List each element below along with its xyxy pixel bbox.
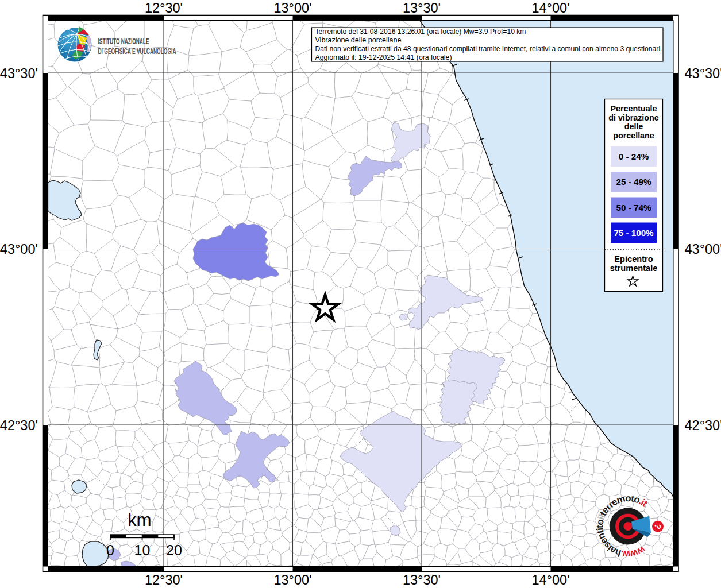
svg-text:13°30': 13°30' <box>403 572 441 587</box>
svg-text:Vibrazione delle porcellane: Vibrazione delle porcellane <box>315 36 402 44</box>
svg-text:strumentale: strumentale <box>610 264 658 273</box>
svg-text:0 - 24%: 0 - 24% <box>619 152 649 161</box>
svg-text:Terremoto del 31-08-2016 13:26: Terremoto del 31-08-2016 13:26:01 (ora l… <box>315 28 526 36</box>
svg-text:43°00': 43°00' <box>685 242 721 257</box>
svg-text:13°30': 13°30' <box>403 1 441 16</box>
svg-text:75 - 100%: 75 - 100% <box>614 228 654 238</box>
svg-text:0: 0 <box>106 542 114 558</box>
svg-text:Epicentro: Epicentro <box>614 254 653 264</box>
svg-text:Aggiornato il: 19-12-2025 14:4: Aggiornato il: 19-12-2025 14:41 (ora loc… <box>315 53 452 61</box>
svg-text:43°30': 43°30' <box>685 66 721 81</box>
svg-text:13°00': 13°00' <box>273 572 311 587</box>
svg-text:Percentuale: Percentuale <box>610 104 657 113</box>
svg-text:14°00': 14°00' <box>531 1 569 16</box>
svg-text:Dati non verificati estratti d: Dati non verificati estratti da 48 quest… <box>315 45 662 53</box>
svg-text:42°30': 42°30' <box>685 418 721 433</box>
svg-text:delle: delle <box>624 122 643 131</box>
svg-text:14°00': 14°00' <box>531 572 569 587</box>
svg-text:43°00': 43°00' <box>0 242 38 257</box>
svg-text:DI GEOFISICA E VULCANOLOGIA: DI GEOFISICA E VULCANOLOGIA <box>98 47 176 56</box>
svg-text:ISTITUTO NAZIONALE: ISTITUTO NAZIONALE <box>98 37 149 46</box>
svg-text:porcellane: porcellane <box>613 131 654 140</box>
svg-text:25 - 49%: 25 - 49% <box>616 177 651 187</box>
svg-text:50 - 74%: 50 - 74% <box>616 203 651 212</box>
svg-text:20: 20 <box>166 542 182 558</box>
svg-text:42°30': 42°30' <box>0 418 38 433</box>
svg-text:10: 10 <box>134 542 151 558</box>
svg-text:km: km <box>128 510 151 530</box>
svg-text:12°30': 12°30' <box>145 572 183 587</box>
svg-text:12°30': 12°30' <box>145 1 183 16</box>
svg-text:43°30': 43°30' <box>0 66 38 81</box>
svg-text:13°00': 13°00' <box>273 1 311 16</box>
svg-text:di vibrazione: di vibrazione <box>608 113 658 122</box>
